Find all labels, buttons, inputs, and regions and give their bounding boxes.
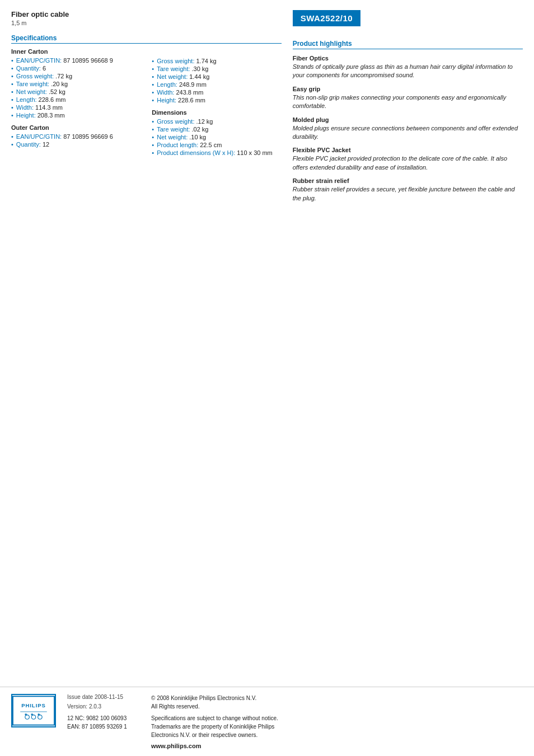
- dimensions-heading: Dimensions: [152, 109, 281, 116]
- list-item: Quantity: 6: [11, 65, 140, 72]
- outer-carton-heading: Outer Carton: [11, 124, 140, 131]
- list-item: EAN/UPC/GTIN: 87 10895 96668 9: [11, 57, 140, 64]
- spec-label: EAN/UPC/GTIN:: [16, 57, 62, 64]
- svg-text:★: ★: [37, 713, 40, 717]
- svg-text:PHILIPS: PHILIPS: [21, 702, 46, 708]
- highlight-item-pvc-jacket: Flexible PVC Jacket Flexible PVC jacket …: [293, 147, 523, 172]
- left-column: Fiber optic cable 1,5 m Specifications I…: [11, 10, 293, 681]
- inner-carton-heading: Inner Carton: [11, 48, 140, 55]
- spec-value: 1.74 kg: [196, 58, 216, 64]
- svg-rect-0: [13, 696, 54, 725]
- spec-label: Tare weight:: [157, 126, 190, 133]
- list-item: Gross weight: .12 kg: [152, 118, 281, 125]
- footer: PHILIPS ★ ★ ★ Issue date 2008-11-15 Vers…: [0, 687, 534, 756]
- right-column: SWA2522/10 Product highlights Fiber Opti…: [293, 10, 523, 681]
- list-item: Tare weight: .30 kg: [152, 65, 281, 72]
- specs-note-text: Specifications are subject to change wit…: [151, 714, 523, 739]
- list-item: Gross weight: .72 kg: [11, 73, 140, 79]
- footer-info: Issue date 2008-11-15 Version: 2.0.3 12 …: [67, 694, 523, 749]
- spec-label: Quantity:: [16, 141, 41, 148]
- svg-text:★: ★: [24, 713, 27, 717]
- dimensions-list: Gross weight: .12 kg Tare weight: .02 kg…: [152, 118, 281, 156]
- highlight-item-easy-grip: Easy grip This non-slip grip makes conne…: [293, 86, 523, 111]
- list-item: Quantity: 12: [11, 141, 140, 148]
- list-item: Tare weight: .20 kg: [11, 81, 140, 87]
- spec-value: 87 10895 96668 9: [63, 57, 113, 64]
- spec-value: .52 kg: [49, 88, 65, 95]
- specs-left-col: Inner Carton EAN/UPC/GTIN: 87 10895 9666…: [11, 48, 140, 162]
- highlights-heading: Product highlights: [293, 40, 523, 49]
- product-code-box: SWA2522/10: [293, 10, 360, 26]
- spec-value: 208.3 mm: [38, 112, 65, 119]
- list-item: Height: 228.6 mm: [152, 97, 281, 104]
- spec-label: Net weight:: [157, 134, 188, 140]
- spec-label: Product length:: [157, 142, 198, 148]
- spec-label: Tare weight:: [16, 81, 49, 87]
- spec-label: Length:: [157, 81, 177, 88]
- spec-value: 22.5 cm: [200, 142, 222, 148]
- highlight-title: Fiber Optics: [293, 55, 523, 62]
- highlight-desc: Molded plugs ensure secure connections b…: [293, 124, 523, 142]
- list-item: Length: 228.6 mm: [11, 96, 140, 103]
- highlight-title: Flexible PVC Jacket: [293, 147, 523, 153]
- product-subtitle: 1,5 m: [11, 20, 282, 26]
- spec-label: Product dimensions (W x H):: [157, 149, 235, 156]
- spec-value: 228.6 mm: [178, 97, 205, 104]
- list-item: Width: 243.8 mm: [152, 89, 281, 96]
- spec-value: .12 kg: [196, 118, 213, 125]
- spec-label: Quantity:: [16, 65, 41, 72]
- spec-label: Width:: [157, 89, 174, 96]
- version-label: Version: 2.0.3: [67, 703, 146, 710]
- spec-value: .02 kg: [192, 126, 209, 133]
- spec-label: Gross weight:: [157, 118, 194, 125]
- spec-value: 12: [43, 141, 49, 148]
- list-item: Length: 248.9 mm: [152, 81, 281, 88]
- spec-label: Gross weight:: [16, 73, 54, 79]
- highlight-item-molded-plug: Molded plug Molded plugs ensure secure c…: [293, 116, 523, 142]
- specs-two-col: Inner Carton EAN/UPC/GTIN: 87 10895 9666…: [11, 48, 282, 162]
- spec-label: Length:: [16, 96, 37, 103]
- product-title: Fiber optic cable: [11, 10, 282, 18]
- highlight-title: Easy grip: [293, 86, 523, 92]
- nc-ean: 12 NC: 9082 100 06093EAN: 87 10895 93269…: [67, 714, 146, 731]
- spec-value: .30 kg: [192, 65, 209, 72]
- spec-value: 114.3 mm: [35, 104, 63, 111]
- list-item: Width: 114.3 mm: [11, 104, 140, 111]
- website-link: www.philips.com: [151, 743, 523, 749]
- specs-right-col: Gross weight: 1.74 kg Tare weight: .30 k…: [152, 48, 281, 162]
- list-item: Net weight: .52 kg: [11, 88, 140, 95]
- outer-carton-list: EAN/UPC/GTIN: 87 10895 96669 6 Quantity:…: [11, 133, 140, 148]
- spec-label: Height:: [157, 97, 176, 104]
- spec-value: 87 10895 96669 6: [63, 133, 113, 140]
- spec-value: 1.44 kg: [189, 73, 209, 80]
- spec-value: .20 kg: [51, 81, 68, 87]
- spec-label: EAN/UPC/GTIN:: [16, 133, 62, 140]
- list-item: Height: 208.3 mm: [11, 112, 140, 119]
- spec-value: 6: [43, 65, 46, 72]
- highlight-desc: This non-slip grip makes connecting your…: [293, 93, 523, 111]
- philips-logo-svg: PHILIPS ★ ★ ★: [12, 695, 55, 726]
- page-content: Fiber optic cable 1,5 m Specifications I…: [0, 0, 534, 756]
- list-item: Net weight: 1.44 kg: [152, 73, 281, 80]
- footer-right: © 2008 Koninklijke Philips Electronics N…: [151, 694, 523, 749]
- footer-left: Issue date 2008-11-15 Version: 2.0.3 12 …: [67, 694, 146, 749]
- spec-value: .72 kg: [55, 73, 72, 79]
- inner-carton-list: EAN/UPC/GTIN: 87 10895 96668 9 Quantity:…: [11, 57, 140, 119]
- philips-logo: PHILIPS ★ ★ ★: [11, 694, 56, 727]
- list-item: EAN/UPC/GTIN: 87 10895 96669 6: [11, 133, 140, 140]
- highlight-title: Molded plug: [293, 116, 523, 123]
- highlight-desc: Rubber strain relief provides a secure, …: [293, 185, 523, 203]
- spec-label: Height:: [16, 112, 36, 119]
- spec-value: 243.8 mm: [176, 89, 203, 96]
- spec-value: .10 kg: [189, 134, 206, 140]
- spec-label: Width:: [16, 104, 34, 111]
- spec-label: Net weight:: [16, 88, 47, 95]
- list-item: Gross weight: 1.74 kg: [152, 58, 281, 64]
- highlight-desc: Strands of optically pure glass as thin …: [293, 63, 523, 80]
- spec-value: 228.6 mm: [39, 96, 66, 103]
- highlight-title: Rubber strain relief: [293, 177, 523, 184]
- highlight-item-rubber-strain: Rubber strain relief Rubber strain relie…: [293, 177, 523, 203]
- list-item: Product dimensions (W x H): 110 x 30 mm: [152, 149, 281, 156]
- specifications-heading: Specifications: [11, 34, 282, 44]
- highlight-item-fiber-optics: Fiber Optics Strands of optically pure g…: [293, 55, 523, 80]
